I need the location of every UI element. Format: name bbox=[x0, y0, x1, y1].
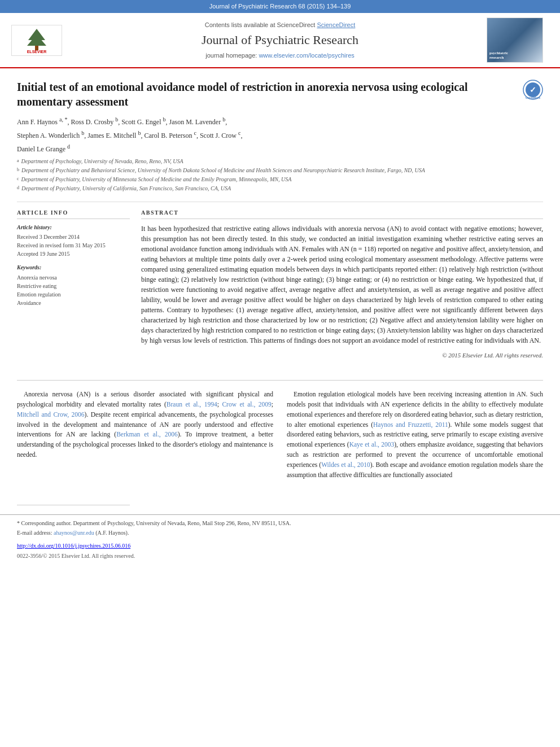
article-title-area: Initial test of an emotional avoidance m… bbox=[17, 80, 543, 109]
affiliation-a: a Department of Psychology, University o… bbox=[17, 158, 543, 165]
body-col-right: Emotion regulation etiological models ha… bbox=[287, 390, 543, 484]
journal-thumbnail: psychiatricresearch bbox=[487, 18, 549, 63]
affiliation-d-text: Department of Psychiatry, University of … bbox=[21, 185, 231, 193]
article-title-text: Initial test of an emotional avoidance m… bbox=[17, 80, 517, 109]
elsevier-logo-svg: ELSEVIER bbox=[17, 26, 56, 54]
keyword-2: Restrictive eating bbox=[17, 282, 130, 290]
journal-header: ELSEVIER Contents lists available at Sci… bbox=[0, 13, 560, 68]
keyword-3: Emotion regulation bbox=[17, 290, 130, 299]
ref-berkman[interactable]: Berkman et al., 2006 bbox=[116, 431, 178, 438]
journal-title: Journal of Psychiatric Research bbox=[73, 32, 487, 49]
abstract-heading: Abstract bbox=[141, 209, 543, 219]
doi-line: http://dx.doi.org/10.1016/j.jpsychires.2… bbox=[0, 541, 560, 551]
affiliation-b-sup: b bbox=[17, 167, 19, 174]
keywords-label: Keywords: bbox=[17, 264, 130, 272]
email-link[interactable]: ahaynos@unr.edu bbox=[54, 530, 94, 536]
footnote-divider bbox=[17, 505, 130, 505]
accepted-date: Accepted 19 June 2015 bbox=[17, 250, 130, 258]
received-date: Received 3 December 2014 bbox=[17, 233, 130, 241]
journal-homepage-line: journal homepage: www.elsevier.com/locat… bbox=[73, 51, 487, 60]
article-history-section: Article history: Received 3 December 201… bbox=[17, 224, 130, 258]
ref-mitchell[interactable]: Mitchell and Crow, 2006 bbox=[17, 411, 85, 418]
journal-cover-image: psychiatricresearch bbox=[487, 18, 543, 63]
ref-haynos[interactable]: Haynos and Fruzzetti, 2011 bbox=[373, 421, 448, 428]
body-para-2: Emotion regulation etiological models ha… bbox=[287, 390, 543, 480]
body-text-section: Anorexia nervosa (AN) is a serious disor… bbox=[0, 390, 560, 496]
ref-kaye[interactable]: Kaye et al., 2003 bbox=[349, 441, 395, 448]
section-divider bbox=[17, 380, 543, 381]
keyword-1: Anorexia nervosa bbox=[17, 273, 130, 282]
affiliation-b-text: Department of Psychiatry and Behavioral … bbox=[21, 167, 425, 174]
elsevier-logo-area: ELSEVIER bbox=[11, 25, 73, 56]
journal-citation-text: Journal of Psychiatric Research 68 (2015… bbox=[209, 3, 351, 10]
body-col-left: Anorexia nervosa (AN) is a serious disor… bbox=[17, 390, 273, 484]
info-abstract-section: Article Info Article history: Received 3… bbox=[17, 202, 543, 360]
keywords-section: Keywords: Anorexia nervosa Restrictive e… bbox=[17, 264, 130, 307]
affiliation-a-text: Department of Psychology, University of … bbox=[21, 158, 183, 165]
article-info-panel: Article Info Article history: Received 3… bbox=[17, 209, 130, 360]
affiliation-c: c Department of Psychiatry, University o… bbox=[17, 176, 543, 184]
sciencedirect-link[interactable]: ScienceDirect bbox=[317, 21, 355, 28]
history-label: Article history: bbox=[17, 224, 130, 231]
cover-text: psychiatricresearch bbox=[489, 51, 508, 60]
homepage-url[interactable]: www.elsevier.com/locate/psychires bbox=[259, 52, 354, 59]
footnotes-section: * Corresponding author. Department of Ps… bbox=[0, 514, 560, 541]
article-info-heading: Article Info bbox=[17, 209, 130, 219]
affiliation-c-sup: c bbox=[17, 176, 19, 184]
abstract-panel: Abstract It has been hypothesized that r… bbox=[141, 209, 543, 360]
ref-wildes[interactable]: Wildes et al., 2010 bbox=[321, 461, 370, 468]
svg-text:CrossMark: CrossMark bbox=[526, 96, 540, 99]
affiliation-a-sup: a bbox=[17, 158, 19, 165]
authors-line-1: Ann F. Haynos a, *, Ross D. Crosby b, Sc… bbox=[17, 116, 543, 127]
affiliation-d: d Department of Psychiatry, University o… bbox=[17, 185, 543, 193]
svg-text:ELSEVIER: ELSEVIER bbox=[27, 50, 47, 54]
revised-date: Received in revised form 31 May 2015 bbox=[17, 242, 130, 250]
journal-citation-bar: Journal of Psychiatric Research 68 (2015… bbox=[0, 0, 560, 13]
body-para-1: Anorexia nervosa (AN) is a serious disor… bbox=[17, 390, 273, 460]
contents-label: Contents lists available at ScienceDirec… bbox=[205, 21, 316, 28]
affiliation-b: b Department of Psychiatry and Behaviora… bbox=[17, 167, 543, 174]
keyword-4: Avoidance bbox=[17, 299, 130, 307]
keywords-list: Anorexia nervosa Restrictive eating Emot… bbox=[17, 273, 130, 307]
affiliations-section: a Department of Psychology, University o… bbox=[17, 158, 543, 193]
affiliation-c-text: Department of Psychiatry, University of … bbox=[21, 176, 292, 184]
elsevier-logo: ELSEVIER bbox=[11, 25, 62, 56]
svg-text:✓: ✓ bbox=[530, 85, 536, 94]
authors-line-3: Daniel Le Grange d bbox=[17, 143, 543, 154]
homepage-label: journal homepage: bbox=[205, 52, 257, 59]
corresponding-author-note: * Corresponding author. Department of Ps… bbox=[17, 519, 543, 527]
abstract-text: It has been hypothesized that restrictiv… bbox=[141, 224, 543, 346]
authors-line-2: Stephen A. Wonderlich b, James E. Mitche… bbox=[17, 129, 543, 141]
article-main: Initial test of an emotional avoidance m… bbox=[0, 68, 560, 371]
ref-braun[interactable]: Braun et al., 1994 bbox=[167, 401, 217, 408]
journal-header-center: Contents lists available at ScienceDirec… bbox=[73, 21, 487, 60]
crossmark-icon[interactable]: ✓ CrossMark bbox=[523, 80, 543, 100]
copyright-line: © 2015 Elsevier Ltd. All rights reserved… bbox=[141, 351, 543, 360]
email-note: E-mail address: ahaynos@unr.edu (A.F. Ha… bbox=[17, 529, 543, 537]
affiliation-d-sup: d bbox=[17, 185, 19, 193]
doi-link[interactable]: http://dx.doi.org/10.1016/j.jpsychires.2… bbox=[17, 543, 130, 549]
issn-line: 0022-3956/© 2015 Elsevier Ltd. All right… bbox=[0, 551, 560, 561]
ref-crow-2009[interactable]: Crow et al., 2009 bbox=[222, 401, 271, 408]
